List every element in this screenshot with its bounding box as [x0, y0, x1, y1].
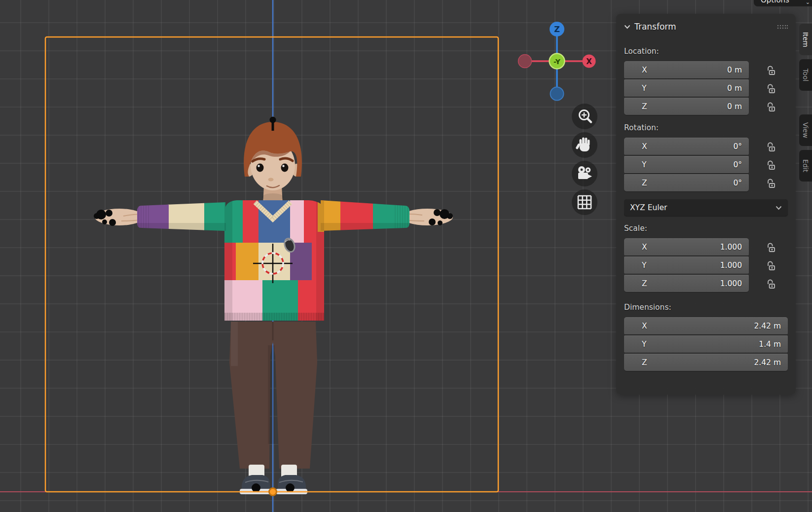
field-value: 0°	[733, 142, 749, 151]
gizmo-neg-y-label: -Y	[554, 58, 561, 66]
gizmo-neg-z-ball[interactable]	[551, 87, 564, 101]
field-value: 0°	[733, 179, 749, 187]
lock-icon[interactable]	[765, 156, 776, 174]
lock-icon[interactable]	[765, 256, 776, 275]
lock-icon[interactable]	[765, 174, 776, 192]
rotation-z-field[interactable]: Z 0°	[624, 174, 749, 191]
dimensions-x-field[interactable]: X 2.42 m	[624, 317, 788, 334]
location-label: Location:	[624, 47, 788, 56]
options-dropdown[interactable]: Options ⌄	[754, 0, 812, 6]
field-axis: Y	[624, 340, 646, 349]
field-value: 0°	[733, 160, 749, 169]
location-y-field[interactable]: Y 0 m	[624, 79, 749, 97]
lock-icon[interactable]	[765, 275, 776, 293]
chevron-down-icon	[775, 206, 782, 210]
scale-z-field[interactable]: Z 1.000	[624, 275, 749, 292]
tab-edit[interactable]: Edit	[799, 150, 812, 182]
tab-item[interactable]: Item	[799, 24, 812, 55]
options-label: Options	[761, 0, 789, 4]
scale-label: Scale:	[624, 224, 788, 233]
field-value: 2.42 m	[754, 358, 788, 367]
field-value: 0 m	[727, 84, 749, 93]
rotation-mode-dropdown[interactable]: XYZ Euler	[624, 199, 788, 216]
pan-hand-icon[interactable]	[572, 132, 597, 158]
lock-icon[interactable]	[765, 61, 776, 79]
field-value: 1.000	[720, 279, 749, 288]
scale-y-field[interactable]: Y 1.000	[624, 256, 749, 274]
field-axis: X	[624, 243, 647, 252]
rotation-mode-value: XYZ Euler	[630, 203, 667, 212]
blender-3d-viewport: Z X -Y	[0, 0, 812, 512]
location-x-field[interactable]: X 0 m	[624, 61, 749, 78]
zoom-icon[interactable]	[572, 104, 597, 129]
lock-icon[interactable]	[765, 98, 776, 116]
left-hand	[94, 209, 144, 226]
gizmo-neg-x-ball[interactable]	[518, 55, 532, 68]
field-axis: Z	[624, 358, 647, 367]
lock-icon[interactable]	[765, 79, 776, 98]
rotation-label: Rotation:	[624, 123, 788, 132]
field-value: 1.000	[720, 261, 749, 270]
field-axis: Y	[624, 84, 646, 93]
panel-title: Transform	[634, 22, 676, 32]
lock-icon[interactable]	[765, 238, 776, 256]
field-value: 1.4 m	[759, 340, 788, 349]
navigation-gizmo[interactable]: Z X -Y	[518, 22, 596, 101]
object-origin-dot	[269, 488, 277, 496]
field-axis: Z	[624, 279, 647, 288]
panel-grip-icon[interactable]	[777, 24, 788, 30]
lock-icon[interactable]	[765, 138, 776, 156]
field-axis: Z	[624, 102, 647, 111]
grid-icon[interactable]	[572, 189, 597, 215]
chevron-down-icon: ⌄	[806, 0, 810, 5]
gizmo-x-label: X	[586, 57, 592, 66]
dimensions-label: Dimensions:	[624, 303, 788, 312]
field-axis: Z	[624, 179, 647, 187]
dimensions-z-field[interactable]: Z 2.42 m	[624, 354, 788, 371]
scale-x-field[interactable]: X 1.000	[624, 238, 749, 256]
gizmo-z-label: Z	[554, 25, 560, 34]
field-axis: Y	[624, 160, 646, 169]
field-value: 0 m	[727, 102, 749, 111]
field-axis: X	[624, 66, 647, 74]
viewport-controls	[572, 104, 597, 215]
transform-panel-header: Transform	[624, 20, 788, 33]
field-axis: X	[624, 322, 647, 330]
panel-collapse-icon[interactable]	[624, 25, 630, 29]
field-axis: X	[624, 142, 647, 151]
camera-icon[interactable]	[572, 161, 597, 186]
rotation-x-field[interactable]: X 0°	[624, 138, 749, 155]
transform-panel: Transform Location: X 0 m Y 0 m	[616, 14, 796, 395]
dimensions-y-field[interactable]: Y 1.4 m	[624, 335, 788, 353]
tab-tool[interactable]: Tool	[799, 59, 812, 91]
field-value: 2.42 m	[754, 322, 788, 330]
rotation-y-field[interactable]: Y 0°	[624, 156, 749, 173]
field-value: 1.000	[720, 243, 749, 252]
tab-view[interactable]: View	[799, 114, 812, 146]
field-value: 0 m	[727, 66, 749, 74]
character-model[interactable]	[94, 117, 453, 495]
field-axis: Y	[624, 261, 646, 270]
location-z-field[interactable]: Z 0 m	[624, 98, 749, 115]
